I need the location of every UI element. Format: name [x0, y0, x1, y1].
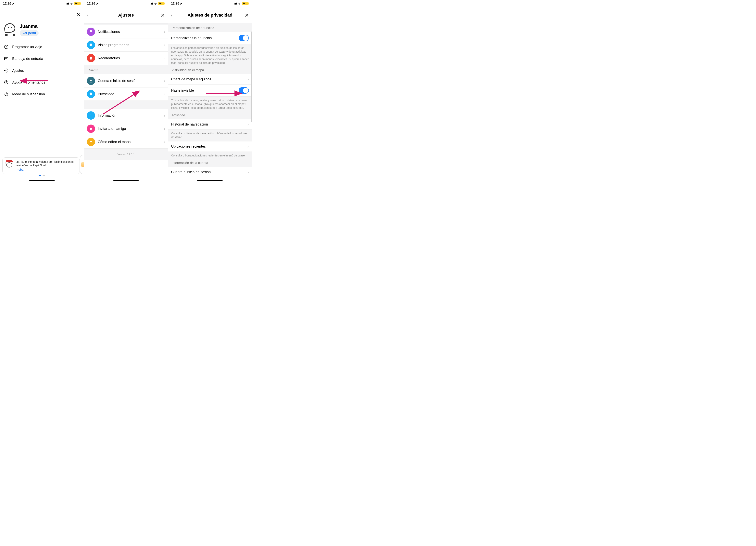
chevron-right-icon: › [247, 77, 249, 82]
svg-point-8 [91, 94, 91, 94]
row-label: Privacidad [98, 92, 161, 96]
row-edit-map[interactable]: Cómo editar el mapa › [84, 135, 168, 148]
home-indicator[interactable] [29, 180, 55, 181]
chevron-right-icon: › [164, 30, 165, 34]
row-notifications[interactable]: Notificaciones › [84, 25, 168, 38]
section-header-map-visibility: Visibilidad en el mapa [168, 67, 252, 74]
chevron-right-icon: › [164, 92, 165, 96]
waze-logo-icon [87, 138, 95, 146]
close-icon[interactable]: ✕ [76, 11, 81, 18]
status-bar: 12:26 ➤ 36⚡ [0, 0, 84, 7]
menu-item-help[interactable]: Ayuda y comentarios [0, 76, 84, 88]
row-label: Viajes programados [98, 43, 161, 47]
row-label: Notificaciones [98, 30, 161, 34]
status-time: 12:26 [3, 2, 11, 5]
page-title: Ajustes de privacidad [188, 13, 232, 18]
menu-label: Modo de suspensión [12, 92, 45, 96]
row-label: Historial de navegación [171, 122, 208, 126]
version-label: Versión 5.2.0.1 [84, 148, 168, 160]
menu-label: Bandeja de entrada [12, 57, 43, 61]
bell-icon [87, 28, 95, 36]
row-label: Ubicaciones recientes [171, 144, 206, 148]
row-label: Recordatorios [98, 56, 161, 60]
row-label: Personalizar tus anuncios [171, 36, 212, 40]
location-arrow-icon: ➤ [180, 2, 182, 5]
section-header-account: Cuenta [84, 65, 168, 74]
promo-peek-icon [81, 162, 84, 167]
row-label: Información [98, 113, 161, 118]
battery-badge: 36⚡ [158, 2, 165, 5]
page-header: ‹ Ajustes de privacidad ✕ [168, 7, 252, 23]
chevron-right-icon: › [164, 126, 165, 131]
row-recent-locations[interactable]: Ubicaciones recientes › [168, 141, 252, 152]
info-icon [87, 111, 95, 120]
row-invite-friend[interactable]: Invitar a un amigo › [84, 122, 168, 135]
shield-icon [87, 90, 95, 98]
chevron-right-icon: › [164, 140, 165, 144]
note-recent-locations: Consulta o borra ubicaciones recientes e… [168, 152, 252, 160]
battery-badge: 36⚡ [74, 2, 81, 5]
menu-item-schedule-trip[interactable]: Programar un viaje [0, 41, 84, 53]
promo-text: ¡Jo, jo, jo! Ponte al volante con las in… [16, 160, 73, 167]
row-nav-history[interactable]: Historial de navegación › [168, 119, 252, 130]
promo-card-next-peek[interactable] [80, 155, 84, 174]
home-indicator[interactable] [113, 180, 139, 181]
chevron-right-icon: › [164, 43, 165, 47]
back-button[interactable]: ‹ [171, 12, 172, 18]
cell-signal-icon [234, 3, 237, 5]
back-button[interactable]: ‹ [87, 12, 89, 18]
chevron-right-icon: › [164, 79, 165, 83]
row-personalize-ads: Personalizar tus anuncios [168, 32, 252, 44]
pager-dot [43, 175, 45, 176]
screen-privacy: 12:26 ➤ 36⚡ ‹ Ajustes de privacidad ✕ Pe… [168, 0, 252, 182]
row-account-login[interactable]: Cuenta e inicio de sesión › [168, 167, 252, 177]
pager-dots [0, 175, 84, 176]
santa-icon [5, 160, 13, 168]
promo-cta-link[interactable]: Probar [16, 168, 77, 172]
pager-dot [39, 175, 41, 176]
clock-arrow-icon [4, 45, 9, 49]
row-information[interactable]: Información › [84, 109, 168, 122]
message-icon [4, 56, 9, 61]
home-indicator[interactable] [197, 180, 223, 181]
power-icon [4, 92, 9, 96]
location-arrow-icon: ➤ [12, 2, 14, 5]
svg-rect-1 [5, 57, 8, 60]
section-header-activity: Actividad [168, 112, 252, 119]
wifi-icon [70, 2, 73, 5]
page-header: ‹ Ajustes ✕ [84, 7, 168, 23]
menu-item-sleep-mode[interactable]: Modo de suspensión [0, 88, 84, 100]
menu-item-inbox[interactable]: Bandeja de entrada [0, 53, 84, 65]
chevron-right-icon: › [164, 113, 165, 118]
battery-badge: 36⚡ [242, 2, 249, 5]
gear-icon [4, 68, 9, 73]
note-ads: Los anuncios personalizados varían en fu… [168, 44, 252, 67]
row-planned-trips[interactable]: Viajes programados › [84, 38, 168, 52]
row-label: Hazte invisible [171, 88, 194, 93]
row-privacy[interactable]: Privacidad › [84, 87, 168, 101]
menu-label: Programar un viaje [12, 45, 42, 49]
view-profile-button[interactable]: Ver perfil [20, 30, 39, 36]
row-label: Chats de mapa y equipos [171, 77, 211, 81]
row-label: Cómo editar el mapa [98, 140, 161, 144]
toggle-personalize-ads[interactable] [239, 35, 249, 41]
row-account-login[interactable]: Cuenta e inicio de sesión › [84, 74, 168, 87]
svg-rect-9 [91, 94, 91, 95]
note-invisible: Tu nombre de usuario, avatar y otros dat… [168, 96, 252, 112]
close-button[interactable]: ✕ [160, 12, 165, 18]
section-header-ads: Personalización de anuncios [168, 23, 252, 32]
menu-label: Ajustes [12, 69, 24, 73]
menu-label: Ayuda y comentarios [12, 80, 45, 84]
row-map-chat[interactable]: Chats de mapa y equipos › [168, 74, 252, 84]
row-reminders[interactable]: Recordatorios › [84, 52, 168, 65]
menu-item-settings[interactable]: Ajustes [0, 65, 84, 76]
chevron-right-icon: › [247, 122, 249, 127]
svg-point-10 [91, 114, 91, 115]
promo-card[interactable]: ¡Jo, jo, jo! Ponte al volante con las in… [2, 157, 80, 174]
alarm-icon [87, 54, 95, 62]
scroll-indicator[interactable] [251, 32, 252, 122]
toggle-go-invisible[interactable] [239, 87, 249, 94]
close-button[interactable]: ✕ [245, 12, 249, 18]
row-label: Invitar a un amigo [98, 127, 161, 131]
user-icon [87, 77, 95, 85]
